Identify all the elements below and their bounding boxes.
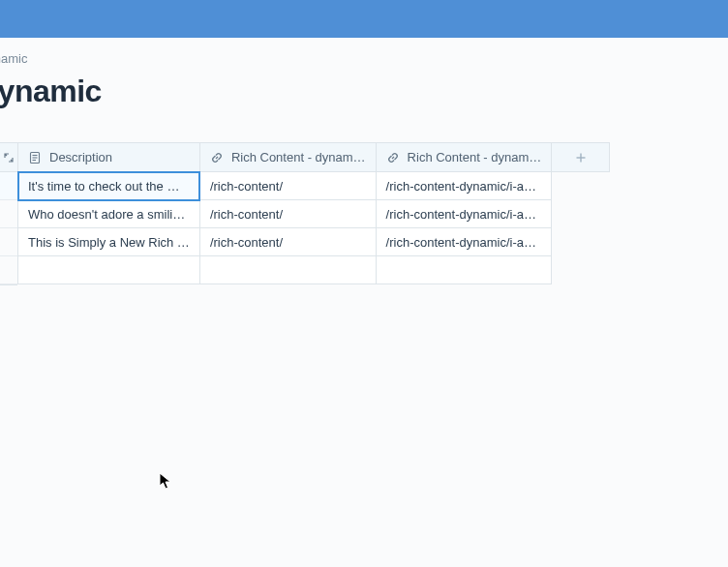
page-title: - dynamic bbox=[0, 74, 728, 109]
spacer bbox=[552, 172, 610, 200]
link-icon bbox=[386, 151, 400, 164]
column-header-link1[interactable]: Rich Content - dynam… bbox=[199, 143, 376, 172]
cell-description[interactable]: This is Simply a New Rich … bbox=[18, 228, 200, 256]
table-row[interactable]: This is Simply a New Rich … /rich-conten… bbox=[18, 228, 610, 256]
column-label: Description bbox=[49, 150, 112, 164]
row-selector-gutter bbox=[0, 142, 17, 285]
mouse-cursor bbox=[159, 472, 172, 490]
row-gutter[interactable] bbox=[0, 228, 17, 256]
column-header-description[interactable]: Description bbox=[18, 143, 200, 172]
column-label: Rich Content - dynam… bbox=[408, 150, 542, 164]
cell-description[interactable]: It's time to check out the … bbox=[18, 172, 200, 200]
spacer bbox=[552, 200, 610, 228]
table-row-empty[interactable]: . . . bbox=[18, 256, 610, 284]
table-header-row: Description Rich Content - dynam… bbox=[18, 143, 610, 172]
cell-link2[interactable]: /rich-content-dynamic/i-a… bbox=[376, 200, 552, 228]
cell-description[interactable]: Who doesn't adore a smili… bbox=[18, 200, 200, 228]
app-top-bar bbox=[0, 0, 728, 38]
cell-link1[interactable]: /rich-content/ bbox=[199, 228, 376, 256]
cell-empty[interactable]: . bbox=[199, 256, 376, 284]
cell-link2[interactable]: /rich-content-dynamic/i-a… bbox=[376, 228, 552, 256]
cell-link1[interactable]: /rich-content/ bbox=[199, 172, 376, 200]
breadcrumb-area: dynamic - dynamic bbox=[0, 38, 728, 109]
cell-empty[interactable]: . bbox=[376, 256, 552, 284]
column-header-link2[interactable]: Rich Content - dynam… bbox=[376, 143, 552, 172]
breadcrumb[interactable]: dynamic bbox=[0, 51, 728, 66]
cell-link2[interactable]: /rich-content-dynamic/i-a… bbox=[376, 172, 552, 200]
table-row[interactable]: Who doesn't adore a smili… /rich-content… bbox=[18, 200, 610, 228]
cell-link1[interactable]: /rich-content/ bbox=[199, 200, 376, 228]
description-icon bbox=[28, 151, 42, 164]
spacer bbox=[552, 256, 610, 284]
plus-icon bbox=[574, 151, 588, 164]
spacer bbox=[552, 228, 610, 256]
row-gutter[interactable] bbox=[0, 256, 17, 284]
add-column-button[interactable] bbox=[552, 143, 610, 172]
column-label: Rich Content - dynam… bbox=[231, 150, 366, 164]
data-table: Description Rich Content - dynam… bbox=[17, 142, 610, 284]
link-icon bbox=[210, 151, 224, 164]
row-gutter[interactable] bbox=[0, 172, 17, 200]
expand-icon bbox=[4, 153, 14, 163]
cell-empty[interactable]: . bbox=[18, 256, 200, 284]
table-row[interactable]: It's time to check out the … /rich-conte… bbox=[18, 172, 610, 200]
row-gutter[interactable] bbox=[0, 200, 17, 228]
expand-corner[interactable] bbox=[0, 143, 17, 172]
